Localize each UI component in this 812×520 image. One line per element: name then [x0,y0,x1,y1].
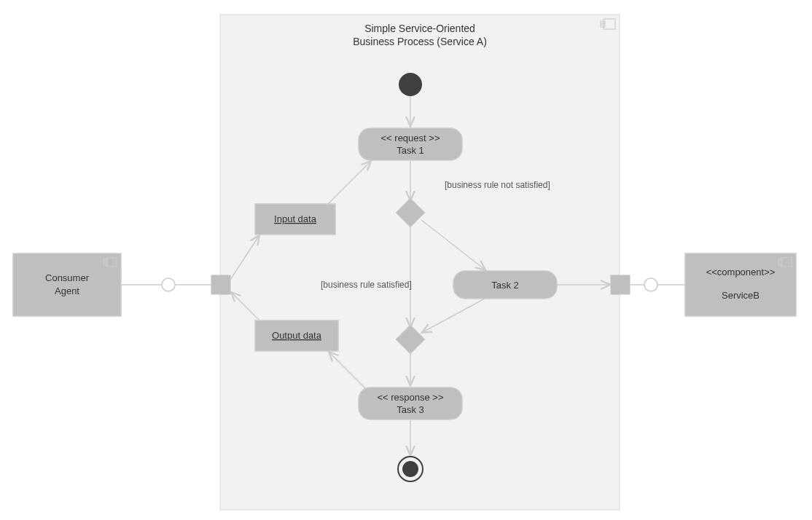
consumer-name: Consumer [45,272,90,283]
output-data-label: Output data [272,330,322,341]
right-port [611,275,630,294]
diagram-title-line2: Business Process (Service A) [353,36,487,47]
input-data-label: Input data [274,213,317,224]
guard-satisfied: [business rule satisfied] [321,280,412,290]
serviceb-stereotype: <<component>> [706,267,776,277]
task2-name: Task 2 [491,280,519,291]
interface-ball-left [162,278,175,291]
interface-ball-right [644,278,657,291]
task3-name: Task 3 [397,404,424,415]
task3-stereotype: << response >> [377,392,443,403]
serviceb-name: ServiceB [722,290,760,301]
consumer-sub: Agent [55,285,79,296]
initial-node [399,73,422,96]
left-port [211,275,230,294]
guard-not-satisfied: [business rule not satisfied] [445,180,550,190]
task1-stereotype: << request >> [381,133,440,143]
task1-name: Task 1 [397,145,424,156]
diagram-title-line1: Simple Service-Oriented [364,23,475,34]
final-node-inner [402,461,418,477]
